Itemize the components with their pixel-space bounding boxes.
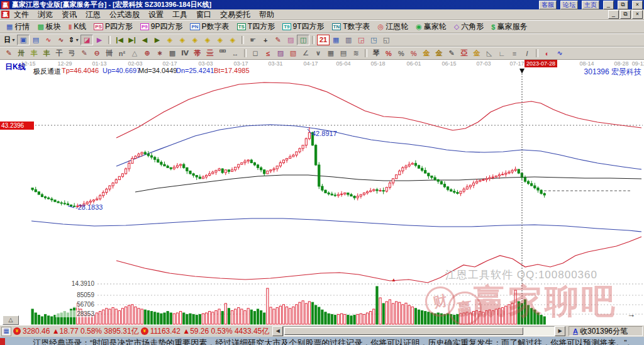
rise-angle-tool-icon[interactable]: ◺ [483,48,496,59]
homepage-link[interactable]: 主页 [582,1,599,9]
hand-icon[interactable]: ☛ [247,35,259,45]
shanghai-index-quote[interactable]: 3280.46 ▲18.77 0.58% 3895.31亿 [23,326,139,337]
last-bar-icon[interactable]: ▶| [126,35,138,45]
shenzhen-index-quote[interactable]: 11163.42 ▲59.26 0.53% 4433.45亿 [150,326,270,337]
minimize-button[interactable]: _ [603,1,614,9]
notebook-icon[interactable]: ▥ [342,35,355,45]
next-bar-icon[interactable]: ▶ [151,35,164,45]
menu-item[interactable]: 交易委托 [216,9,255,20]
hexagon-button[interactable]: ◇六角形 [450,21,487,32]
time-grid-tool-icon[interactable]: 丰 [40,48,53,59]
p-number-button[interactable]: PNP数字表 [186,21,233,32]
menu-item[interactable]: 文件 [9,9,33,20]
gann-diamond-3-icon[interactable]: ◈ [189,35,201,45]
percent-tool-icon[interactable]: % [395,48,408,59]
quotes-button[interactable]: ▦行情 [3,21,33,32]
circle-tool-icon[interactable]: ⊖ [91,48,103,59]
piano-tool-icon[interactable]: 琴 [370,48,382,59]
scroll-right-indicator[interactable]: → [627,310,635,319]
select-box-tool-icon[interactable]: ◻ [249,48,262,59]
calendar-icon[interactable]: 21 [317,35,330,45]
p-square-button[interactable]: PSP四方形 [90,21,136,32]
screenshot-icon[interactable]: ◳ [367,35,380,45]
gann-wheel-button[interactable]: ◎江恩轮 [374,21,413,32]
yinyang-icon[interactable]: ◐ [541,48,553,59]
steps-tool-icon[interactable]: ≡ [508,48,521,59]
chart-scrollbar[interactable]: ◀ ▶ [272,327,565,336]
save-icon[interactable]: ◲ [355,35,367,45]
scrollbar-thumb[interactable] [284,327,523,335]
flag-icon[interactable]: ▶ [93,35,106,45]
lines-tool-icon[interactable]: 亖 [204,48,216,59]
restore-button[interactable]: ⧉ [618,1,628,9]
panel-toggle-icon[interactable]: ◫ [297,35,309,45]
gann-grid-tool-icon[interactable]: 卅 [15,48,28,59]
chart-area[interactable]: ▲42.8917-28.183343.2396 日K线 极反通道 301396 … [0,60,644,325]
fan-tool-icon[interactable]: ≤ [262,48,274,59]
crosshair-icon[interactable]: + [259,35,272,45]
corner-tool-icon[interactable]: ∟ [496,48,508,59]
forum-link[interactable]: 论坛 [560,1,578,9]
customer-service-link[interactable]: 客服 [539,1,557,9]
window-grid-tool-icon[interactable]: 罒 [216,48,229,59]
t-number-button[interactable]: TNT数字表 [328,21,374,32]
t-square-button[interactable]: TST四方形 [233,21,279,32]
scale-button[interactable]: ⇕▼ [67,35,80,45]
price-grid-tool-icon[interactable]: 丰 [28,48,40,59]
menu-item[interactable]: 设置 [144,9,168,20]
eraser-icon[interactable]: ▨ [284,35,297,45]
kline-style-icon[interactable]: ◪ [80,35,93,45]
link-wave-icon[interactable]: ∿ [553,48,566,59]
waves-tool-icon[interactable]: ≋ [350,48,362,59]
gann-diamond-1-icon[interactable]: ◈ [164,35,176,45]
gann-box-tool-icon[interactable]: 亞 [458,48,470,59]
ink-tool-icon[interactable]: ✎ [445,48,458,59]
target-tool-icon[interactable]: ⊕ [141,48,153,59]
menu-item[interactable]: 公式选股 [105,9,144,20]
menu-item[interactable]: 资讯 [57,9,81,20]
gold-circle-tool-icon[interactable]: 金 [420,48,433,59]
gold-bar-tool-icon[interactable]: 金 [433,48,445,59]
first-bar-icon[interactable]: |◀ [113,35,126,45]
pencil-tool-icon[interactable]: ✎ [3,48,15,59]
calculator-icon[interactable]: ▦ [330,35,342,45]
trend-line-icon[interactable]: ∿ [42,35,55,45]
t9-square-button[interactable]: T99T四方形 [279,21,328,32]
slope-tool-icon[interactable]: / [521,48,533,59]
winner-service-button[interactable]: $赢家服务 [487,21,531,32]
scrollbar-left-button[interactable]: ◀ [272,326,283,336]
star-grid-tool-icon[interactable]: ∗ [153,48,166,59]
scrollbar-track[interactable] [283,326,555,336]
sectors-button[interactable]: ▩板块 [33,21,64,32]
square-n2-tool-icon[interactable]: n² [116,48,128,59]
pen2-tool-icon[interactable]: ✎ [78,48,91,59]
menu-item[interactable]: 窗口 [192,9,216,20]
prev-bar-icon[interactable]: ◀ [138,35,151,45]
menu-item[interactable]: 浏览 [33,9,57,20]
gann-diamond-4-icon[interactable]: ◈ [201,35,214,45]
quotes-grid-icon[interactable]: ▦ [1,327,11,336]
menu-item[interactable]: 帮助 [255,9,279,20]
period-button[interactable]: 日▼ [3,35,17,45]
pattern-tool-icon[interactable]: ▨ [274,48,287,59]
percent-red-tool-icon[interactable]: % [382,48,395,59]
mdi-close-button[interactable]: × [632,10,643,19]
mdi-minimize-button[interactable]: _ [608,10,619,19]
percent2-tool-icon[interactable]: % [408,48,420,59]
close-button[interactable]: × [632,1,643,9]
width-tool-icon[interactable]: ↔ [229,48,242,59]
grid-box-tool-icon[interactable]: ▤ [337,48,350,59]
triangle-tool-icon[interactable]: △ [128,48,141,59]
expand-volume-button[interactable]: △ [3,315,19,325]
band-tool-icon[interactable]: 帯 [191,48,204,59]
pattern2-tool-icon[interactable]: ▧ [287,48,299,59]
kline-chart[interactable]: ▲42.8917-28.183343.2396 [0,60,644,325]
gold-box-tool-icon[interactable]: 金 [470,48,483,59]
trend-line2-icon[interactable]: ∿ [55,35,67,45]
menu-item[interactable]: 工具 [168,9,192,20]
gann-diamond-6-icon[interactable]: ◈ [226,35,239,45]
user-icon[interactable]: ◱ [380,35,392,45]
winner-wheel-button[interactable]: ◉赢家轮 [412,21,450,32]
draw-icon[interactable]: ✎ [272,35,284,45]
net-tool-icon[interactable]: ▩ [166,48,179,59]
